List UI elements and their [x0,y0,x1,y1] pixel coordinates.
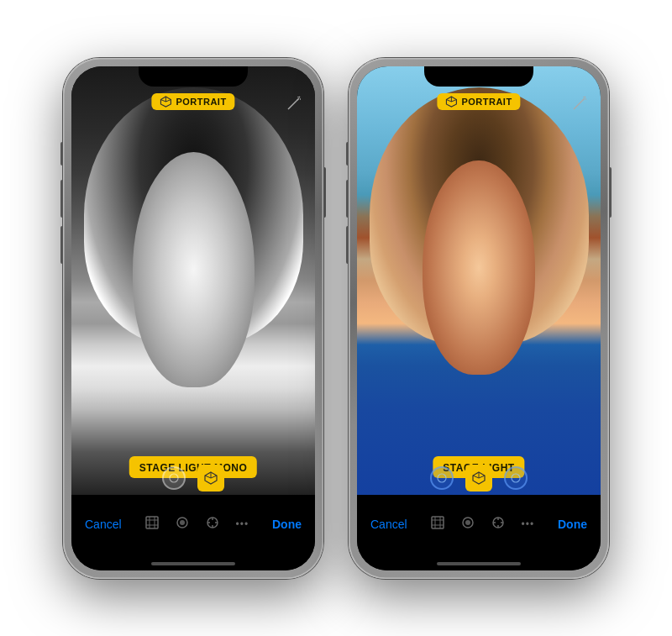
power-button-right [609,167,612,218]
notch-right [424,66,533,87]
wand-icon-left[interactable] [286,96,302,114]
effect-option-1-left[interactable] [162,466,186,490]
active-cube-left [203,470,218,486]
power-button-left [323,167,326,218]
portrait-label-left: PORTRAIT [176,97,226,107]
svg-point-6 [170,474,178,482]
svg-line-24 [583,98,585,100]
crop-icon-left[interactable] [144,515,160,534]
toolbar-icons-left: ••• [144,515,249,534]
more-icon-left[interactable]: ••• [235,518,249,530]
effect-icons-right [430,465,528,491]
home-indicator-left [151,562,235,565]
portrait-label-right: PORTRAIT [461,97,512,107]
portrait-badge-left[interactable]: PORTRAIT [151,93,234,110]
svg-rect-27 [432,517,444,528]
phone-screen-right: PORTRAIT STAGE LIGHT [357,66,601,570]
adjust-icon-left[interactable] [205,515,220,534]
volume-up-right [346,180,349,218]
done-button-right[interactable]: Done [558,518,587,531]
toolbar-icons-right: ••• [430,515,534,534]
svg-line-23 [585,97,585,97]
cancel-button-left[interactable]: Cancel [85,518,122,531]
circle-icon-2-right [510,472,522,484]
mute-button-right [346,142,349,166]
effect-option-active-right[interactable] [465,465,492,491]
portrait-badge-right[interactable]: PORTRAIT [437,93,520,110]
cube-icon-left [160,96,171,108]
photo-area-left [71,66,315,495]
adjust-icon-right[interactable] [491,515,506,534]
photo-area-right [357,66,601,495]
svg-point-25 [438,474,446,482]
cube-icon-right [445,96,457,108]
notch-left [139,66,248,87]
phone-left: PORTRAIT STAGE LIGHT MONO [63,58,323,579]
effect-option-active-left[interactable] [197,465,224,491]
volume-down-right [346,226,349,264]
effect-option-2-right[interactable] [504,466,528,490]
home-indicator-right [437,562,521,565]
mute-button-left [60,142,63,166]
filters-icon-left[interactable] [175,515,190,534]
svg-point-26 [512,474,520,482]
circle-icon-1-left [168,472,180,484]
bottom-toolbar-left: Cancel [71,495,315,570]
phone-screen-left: PORTRAIT STAGE LIGHT MONO [71,66,315,570]
crop-icon-right[interactable] [430,515,445,534]
cancel-button-right[interactable]: Cancel [370,518,407,531]
svg-line-0 [288,101,297,109]
more-icon-right[interactable]: ••• [521,518,534,530]
svg-line-19 [574,101,582,109]
active-cube-right [471,470,486,486]
volume-down-left [60,226,63,264]
svg-line-5 [297,98,299,100]
done-button-left[interactable]: Done [272,518,302,531]
photo-mono [71,66,315,495]
bottom-toolbar-right: Cancel [357,495,601,570]
phone-right: PORTRAIT STAGE LIGHT [349,58,609,579]
photo-color [357,66,601,495]
wand-icon-right[interactable] [572,96,587,114]
svg-rect-7 [146,517,158,528]
effect-option-1-right[interactable] [430,466,454,490]
svg-line-4 [299,97,300,97]
svg-point-13 [180,520,185,525]
filters-icon-right[interactable] [460,515,475,534]
svg-point-33 [465,520,470,525]
effect-icons-left [162,465,224,491]
volume-up-left [60,180,63,218]
main-container: PORTRAIT STAGE LIGHT MONO [63,58,609,579]
circle-icon-1-right [436,472,448,484]
